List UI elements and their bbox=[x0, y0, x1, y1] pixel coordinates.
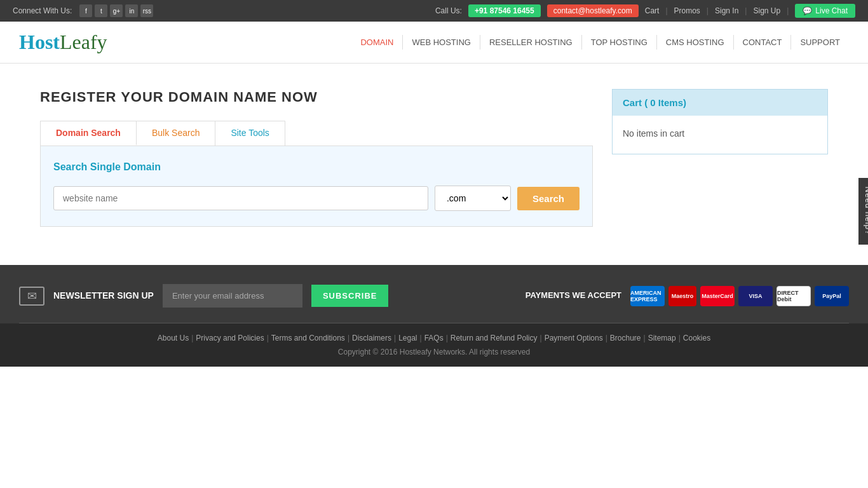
facebook-icon[interactable]: f bbox=[79, 4, 92, 17]
phone-badge[interactable]: +91 87546 16455 bbox=[468, 4, 541, 17]
direct-label: DIRECT Debit bbox=[777, 290, 810, 302]
maestro-label: Maestro bbox=[672, 293, 694, 299]
cart-link[interactable]: Cart bbox=[645, 6, 660, 15]
rss-icon[interactable]: rss bbox=[140, 4, 153, 17]
sep4: | bbox=[787, 6, 789, 15]
email-badge[interactable]: contact@hostleafy.com bbox=[547, 4, 639, 17]
footer-top: ✉ NEWSLETTER SIGN UP SUBSCRIBE PAYMENTS … bbox=[19, 284, 849, 323]
sign-up-link[interactable]: Sign Up bbox=[753, 6, 780, 15]
page-title: REGISTER YOUR DOMAIN NAME NOW bbox=[40, 89, 593, 105]
social-icons: f t g+ in rss bbox=[79, 4, 153, 17]
payment-cards: AMERICAN EXPRESS Maestro MasterCard VISA… bbox=[630, 286, 849, 306]
logo[interactable]: HostLeafy bbox=[19, 30, 107, 54]
payment-card-maestro: Maestro bbox=[668, 286, 696, 306]
top-bar-left: Connect With Us: f t g+ in rss bbox=[13, 4, 153, 17]
payments-label: PAYMENTS WE ACCEPT bbox=[526, 290, 621, 301]
linkedin-icon[interactable]: in bbox=[125, 4, 138, 17]
footer-link-payment-options[interactable]: Payment Options bbox=[545, 334, 603, 342]
top-bar: Connect With Us: f t g+ in rss Call Us: … bbox=[0, 0, 868, 22]
tab-domain-search[interactable]: Domain Search bbox=[41, 121, 137, 146]
sep2: | bbox=[707, 6, 709, 15]
payment-card-mastercard: MasterCard bbox=[700, 286, 735, 306]
cart-header: Cart ( 0 Items) bbox=[613, 90, 827, 116]
tld-select[interactable]: .com .net .org .info .biz .co.in .in bbox=[435, 186, 511, 211]
payment-card-amex: AMERICAN EXPRESS bbox=[630, 286, 665, 306]
footer-link-brochure[interactable]: Brochure bbox=[610, 334, 641, 342]
logo-host: Host bbox=[19, 30, 60, 53]
footer-link-refund[interactable]: Return and Refund Policy bbox=[451, 334, 538, 342]
main-content: REGISTER YOUR DOMAIN NAME NOW Domain Sea… bbox=[21, 64, 847, 265]
footer-link-disclaimers[interactable]: Disclaimers bbox=[352, 334, 391, 342]
header: HostLeafy DOMAIN WEB HOSTING RESELLER HO… bbox=[0, 22, 868, 64]
paypal-label: PayPal bbox=[822, 293, 841, 299]
nav-cms-hosting[interactable]: CMS HOSTING bbox=[657, 35, 734, 50]
newsletter-email-input[interactable] bbox=[163, 284, 302, 308]
tab-site-tools[interactable]: Site Tools bbox=[215, 121, 284, 146]
footer-links: About Us | Privacy and Policies | Terms … bbox=[19, 334, 849, 342]
footer-link-legal[interactable]: Legal bbox=[398, 334, 417, 342]
amex-label: AMERICAN EXPRESS bbox=[630, 290, 665, 302]
main-nav: DOMAIN WEB HOSTING RESELLER HOSTING TOP … bbox=[351, 35, 849, 50]
connect-label: Connect With Us: bbox=[13, 6, 72, 15]
subscribe-button[interactable]: SUBSCRIBE bbox=[311, 285, 389, 307]
cart-empty-message: No items in cart bbox=[623, 128, 684, 139]
left-panel: REGISTER YOUR DOMAIN NAME NOW Domain Sea… bbox=[40, 89, 593, 227]
sign-in-link[interactable]: Sign In bbox=[715, 6, 738, 15]
live-chat-button[interactable]: 💬 Live Chat bbox=[795, 4, 855, 18]
footer-link-faqs[interactable]: FAQs bbox=[424, 334, 444, 342]
mastercard-label: MasterCard bbox=[702, 293, 733, 299]
footer-link-sitemap[interactable]: Sitemap bbox=[648, 334, 676, 342]
right-panel: Cart ( 0 Items) No items in cart bbox=[612, 89, 828, 154]
need-help-button[interactable]: Need help? bbox=[858, 178, 869, 245]
footer: ✉ NEWSLETTER SIGN UP SUBSCRIBE PAYMENTS … bbox=[0, 265, 868, 367]
cart-body: No items in cart bbox=[613, 116, 827, 154]
sep1: | bbox=[665, 6, 667, 15]
tab-bulk-search[interactable]: Bulk Search bbox=[137, 121, 215, 146]
search-button[interactable]: Search bbox=[517, 187, 580, 210]
payment-card-direct: DIRECT Debit bbox=[776, 286, 811, 306]
promos-link[interactable]: Promos bbox=[674, 6, 700, 15]
footer-link-about[interactable]: About Us bbox=[158, 334, 189, 342]
payments-section: PAYMENTS WE ACCEPT AMERICAN EXPRESS Maes… bbox=[526, 286, 849, 306]
logo-leafy: Leafy bbox=[60, 30, 107, 53]
newsletter-label: NEWSLETTER SIGN UP bbox=[53, 290, 154, 302]
nav-domain[interactable]: DOMAIN bbox=[351, 35, 403, 50]
visa-label: VISA bbox=[749, 293, 762, 299]
footer-link-terms[interactable]: Terms and Conditions bbox=[271, 334, 345, 342]
newsletter-icon: ✉ bbox=[19, 287, 44, 306]
search-row: .com .net .org .info .biz .co.in .in Sea… bbox=[53, 186, 580, 211]
nav-web-hosting[interactable]: WEB HOSTING bbox=[403, 35, 480, 50]
chat-icon: 💬 bbox=[803, 6, 812, 15]
copyright: Copyright © 2016 Hostleafy Networks. All… bbox=[19, 348, 849, 356]
search-box: Search Single Domain .com .net .org .inf… bbox=[40, 146, 593, 227]
nav-top-hosting[interactable]: TOP HOSTING bbox=[582, 35, 657, 50]
domain-input[interactable] bbox=[53, 186, 428, 210]
payment-card-paypal: PayPal bbox=[815, 286, 849, 306]
call-label: Call Us: bbox=[435, 6, 462, 15]
nav-contact[interactable]: CONTACT bbox=[734, 35, 792, 50]
nav-reseller-hosting[interactable]: RESELLER HOSTING bbox=[480, 35, 582, 50]
footer-bottom: About Us | Privacy and Policies | Terms … bbox=[0, 323, 868, 367]
sep3: | bbox=[745, 6, 747, 15]
footer-link-privacy[interactable]: Privacy and Policies bbox=[196, 334, 264, 342]
nav-support[interactable]: SUPPORT bbox=[791, 35, 849, 50]
live-chat-label: Live Chat bbox=[815, 6, 848, 15]
top-bar-right: Call Us: +91 87546 16455 contact@hostlea… bbox=[435, 4, 855, 18]
googleplus-icon[interactable]: g+ bbox=[110, 4, 123, 17]
search-box-title: Search Single Domain bbox=[53, 161, 580, 173]
domain-tabs: Domain Search Bulk Search Site Tools bbox=[40, 121, 285, 146]
newsletter-section: ✉ NEWSLETTER SIGN UP SUBSCRIBE bbox=[19, 284, 388, 308]
twitter-icon[interactable]: t bbox=[95, 4, 107, 17]
payment-card-visa: VISA bbox=[738, 286, 773, 306]
cart-box: Cart ( 0 Items) No items in cart bbox=[612, 89, 828, 154]
footer-link-cookies[interactable]: Cookies bbox=[683, 334, 710, 342]
